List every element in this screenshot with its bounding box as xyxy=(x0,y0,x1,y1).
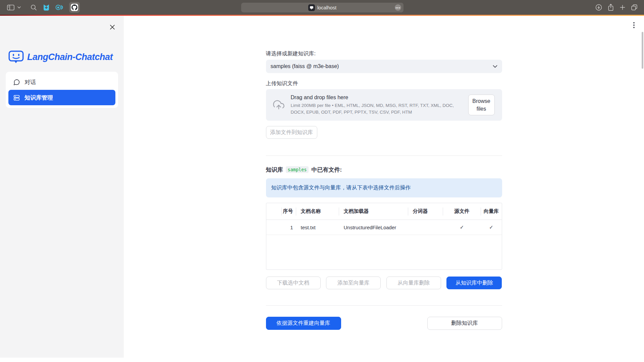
chat-icon xyxy=(13,79,20,86)
app-logo-text: LangChain-Chatchat xyxy=(27,52,113,62)
delete-kb-global-button[interactable]: 删除知识库 xyxy=(427,317,502,330)
column-header-splitter: 分词器 xyxy=(408,203,443,220)
column-header-loader: 文档加载器 xyxy=(339,203,408,220)
kebab-menu-icon xyxy=(633,22,635,28)
table-row[interactable]: 1 test.txt UnstructuredFileLoader ✓ ✓ xyxy=(266,220,502,235)
column-header-vectorstore: 向量库 xyxy=(481,203,502,220)
existing-files-heading: 知识库 samples 中已有文件: xyxy=(266,166,502,173)
new-tab-icon[interactable] xyxy=(619,4,626,11)
chat-bubble-logo-icon xyxy=(8,50,24,64)
download-selected-button[interactable]: 下载选中文档 xyxy=(266,277,321,289)
share-icon[interactable] xyxy=(607,3,614,11)
browser-toolbar: localhost ••• xyxy=(0,0,644,15)
extension-downloader-icon[interactable] xyxy=(42,3,51,12)
scrollbar-thumb[interactable] xyxy=(642,32,643,69)
dropzone-title: Drag and drop files here xyxy=(291,95,462,101)
knowledge-base-icon xyxy=(13,94,20,101)
sidebar-nav: 对话 知识库管理 xyxy=(6,72,118,108)
kb-global-actions: 依据源文件重建向量库 删除知识库 xyxy=(266,317,502,330)
browse-files-button[interactable]: Browse files xyxy=(468,95,495,115)
cell-index: 1 xyxy=(282,220,296,235)
tab-overview-icon[interactable] xyxy=(631,4,638,11)
cell-marker xyxy=(266,220,282,235)
rebuild-vectorstore-button[interactable]: 依据源文件重建向量库 xyxy=(266,317,341,330)
file-actions: 下载选中文档 添加至向量库 从向量库删除 从知识库中删除 xyxy=(266,277,502,289)
page-options-button[interactable]: ••• xyxy=(395,4,401,11)
heading-suffix: 中已有文件: xyxy=(311,166,342,174)
sidebar-toggle-icon[interactable] xyxy=(6,3,15,12)
kb-select[interactable]: samples (faiss @ m3e-base) xyxy=(266,60,502,73)
kb-name-code: samples xyxy=(286,166,309,173)
cell-docname: test.txt xyxy=(296,220,339,235)
column-header-sourcefile: 源文件 xyxy=(443,203,481,220)
kb-select-value: samples (faiss @ m3e-base) xyxy=(271,63,339,69)
table-header-row: 序号 文档名称 文档加载器 分词器 源文件 向量库 xyxy=(266,203,502,220)
sidebar-close-button[interactable] xyxy=(108,23,116,31)
files-table[interactable]: 序号 文档名称 文档加载器 分词器 源文件 向量库 1 test.txt Uns… xyxy=(266,203,502,270)
divider xyxy=(266,156,502,156)
divider xyxy=(266,305,502,306)
url-text: localhost xyxy=(317,5,336,10)
extension-radar-icon[interactable] xyxy=(54,3,64,12)
main-area: 请选择或新建知识库: samples (faiss @ m3e-base) 上传… xyxy=(124,16,644,362)
file-dropzone[interactable]: Drag and drop files here Limit 200MB per… xyxy=(266,89,502,121)
kb-select-label: 请选择或新建知识库: xyxy=(266,50,502,57)
chevron-down-icon xyxy=(493,65,497,68)
heading-prefix: 知识库 xyxy=(266,166,283,174)
app-logo: LangChain-Chatchat xyxy=(8,50,124,64)
column-header-index: 序号 xyxy=(282,203,296,220)
cell-splitter xyxy=(408,220,443,235)
column-header-marker xyxy=(266,203,282,220)
cloud-upload-icon xyxy=(272,99,285,111)
close-icon xyxy=(109,24,115,30)
column-header-docname: 文档名称 xyxy=(296,203,339,220)
chevron-down-icon[interactable] xyxy=(17,3,21,12)
app-menu-button[interactable] xyxy=(630,21,638,29)
dropzone-hint: Limit 200MB per file • EML, HTML, JSON, … xyxy=(291,102,462,115)
add-files-to-kb-button[interactable]: 添加文件到知识库 xyxy=(266,126,317,139)
upload-label: 上传知识文件 xyxy=(266,80,502,87)
delete-from-kb-button[interactable]: 从知识库中删除 xyxy=(446,277,502,289)
info-banner: 知识库中包含源文件与向量库，请从下表中选择文件后操作 xyxy=(266,178,502,197)
sidebar-item-knowledge-base[interactable]: 知识库管理 xyxy=(8,90,115,105)
downloads-icon[interactable] xyxy=(595,4,602,11)
search-icon[interactable] xyxy=(29,3,38,12)
cell-loader: UnstructuredFileLoader xyxy=(339,220,408,235)
add-to-vectorstore-button[interactable]: 添加至向量库 xyxy=(326,277,381,289)
cell-sourcefile-check: ✓ xyxy=(443,220,481,235)
sidebar: LangChain-Chatchat 对话 知识库管理 xyxy=(0,16,124,362)
github-tab[interactable] xyxy=(69,2,80,13)
sidebar-item-dialogue[interactable]: 对话 xyxy=(8,74,115,90)
cell-vectorstore-check: ✓ xyxy=(481,220,502,235)
delete-from-vectorstore-button[interactable]: 从向量库删除 xyxy=(386,277,441,289)
site-favicon xyxy=(308,4,315,11)
sidebar-item-label: 对话 xyxy=(24,78,36,86)
address-bar[interactable]: localhost ••• xyxy=(241,3,404,12)
sidebar-item-label: 知识库管理 xyxy=(24,94,53,102)
